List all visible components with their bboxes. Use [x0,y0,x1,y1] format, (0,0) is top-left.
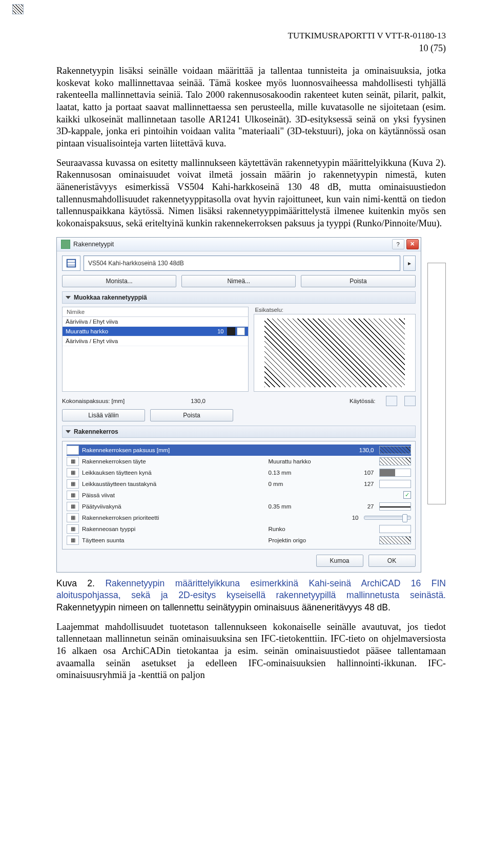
property-row[interactable]: ▦Päissä viivat✓ [67,490,411,501]
type-dropdown-arrow[interactable]: ▸ [403,256,416,271]
property-row[interactable]: ▦Rakennekerroksen paksuus [mm]130,0 [67,444,411,456]
paragraph-2: Seuraavassa kuvassa on esitetty mallinnu… [56,157,446,230]
use-box-2[interactable] [12,4,24,14]
group-edit-header[interactable]: Muokkaa rakennetyyppiä [62,291,416,304]
prop-icon: ▦ [67,502,79,511]
prop-name: Päissä viivat [82,492,290,498]
property-row[interactable]: ▦Leikkaustäytteen taustakynä0 mm127 [67,478,411,490]
prop-icon: ▦ [67,468,79,477]
prop-name: Leikkauksen täytteen kynä [82,470,265,476]
layer-name: Muurattu harkko [66,328,206,334]
group-edit-label: Muokkaa rakennetyyppiä [74,294,147,301]
property-row[interactable]: ▦Leikkauksen täytteen kynä0.13 mm107 [67,467,411,478]
report-id: TUTKIMUSRAPORTTI V VTT-R-01180-13 [56,31,446,41]
layer-properties-panel: ▦Rakennekerroksen paksuus [mm]130,0▦Rake… [62,441,416,549]
arrow-icon[interactable]: ▸ [237,327,245,335]
paragraph-1: Rakennetyypin lisäksi seinälle voidaan m… [56,65,446,150]
swatch[interactable] [379,525,411,533]
svg-rect-0 [67,259,76,267]
insert-button[interactable]: Lisää väliin [62,409,145,421]
swatch[interactable] [379,446,411,454]
swatch[interactable] [379,469,411,477]
priority-slider[interactable] [364,516,411,520]
wall-2d-section [427,263,446,504]
prop-value: 0.13 mm [269,470,345,476]
monista-button[interactable]: Monista... [62,275,176,287]
swatch[interactable] [379,480,411,488]
group-layer-header[interactable]: Rakennekerros [62,426,416,438]
property-row[interactable]: ▦Rakenneosan tyyppiRunko [67,523,411,535]
layer-list-header: Nimike [63,307,248,317]
prop-icon: ▦ [67,491,79,500]
property-row[interactable]: ▦Rakennekerroksen prioriteetti10 [67,512,411,523]
prop-name: Rakennekerroksen prioriteetti [82,515,250,521]
prop-name: Täytteen suunta [82,537,265,543]
prop-number: 127 [348,481,376,487]
prop-icon: ▦ [67,446,79,455]
prop-name: Rakennekerroksen paksuus [mm] [82,447,265,453]
total-thickness-value: 130,0 [165,398,206,404]
prop-value: Runko [269,526,345,532]
app-icon [61,240,70,249]
help-button[interactable]: ? [392,239,404,249]
nimea-button[interactable]: Nimeä... [181,275,296,287]
use-box-1[interactable] [386,396,397,406]
collapse-icon [66,430,71,433]
property-row[interactable]: ▦Päätyviivakynä0.35 mm27 [67,501,411,512]
prop-number: 10 [333,515,361,521]
prop-value: 0 mm [269,481,345,487]
layer-name: Ääriviiva / Ehyt viiva [66,319,245,325]
figure-2-caption: Kuva 2. Rakennetyypin määrittelyikkuna e… [56,578,446,614]
caption-tail: Rakennetyypin nimeen on tallennettu sein… [56,602,391,612]
page-number: 10 (75) [56,43,446,54]
type-icon[interactable] [62,256,80,271]
preview-label: Esikatselu: [254,307,415,313]
use-box-3[interactable] [404,396,416,406]
caption-lead: Kuva 2. [56,578,95,588]
prop-name: Päätyviivakynä [82,503,265,510]
ok-button[interactable]: OK [368,555,416,567]
prop-value: Projektin origo [269,537,345,543]
preview-pane [254,314,415,392]
layer-row-selected[interactable]: Muurattu harkko 10 ▸ [63,327,248,336]
kumoa-button[interactable]: Kumoa [316,555,363,567]
layer-list[interactable]: Nimike Ääriviiva / Ehyt viiva Muurattu h… [62,307,249,392]
dialog-titlebar[interactable]: Rakennetyypit ? ✕ [57,238,421,251]
prop-icon: ▦ [67,536,79,545]
prop-icon: ▦ [67,513,79,522]
layer-number: 10 [206,328,225,334]
type-name-field[interactable]: VS504 Kahi-harkkoseinä 130 48dB [84,256,400,271]
group-layer-label: Rakennekerros [74,428,118,435]
swatch[interactable] [379,536,411,544]
layer-row[interactable]: Ääriviiva / Ehyt viiva [63,336,248,346]
prop-icon: ▦ [67,457,79,466]
in-use-label: Käytössä: [350,398,379,404]
prop-icon: ▦ [67,524,79,534]
layer-row[interactable]: Ääriviiva / Ehyt viiva [63,317,248,327]
prop-number: 107 [348,470,376,476]
swatch[interactable] [379,457,411,465]
poista-button[interactable]: Poista [301,275,415,287]
total-thickness-label: Kokonaispaksuus: [mm] [62,398,159,404]
prop-name: Rakennekerroksen täyte [82,458,265,464]
remove-button[interactable]: Poista [150,409,233,421]
pen-swatch-icon[interactable] [227,327,235,335]
layer-name: Ääriviiva / Ehyt viiva [66,338,245,344]
rakennetyypit-dialog: Rakennetyypit ? ✕ VS504 Kahi-harkkoseinä… [56,237,421,573]
paragraph-3: Laajemmat mahdollisuudet tuotetason tall… [56,621,446,682]
figure-2: Rakennetyypit ? ✕ VS504 Kahi-harkkoseinä… [56,237,446,573]
property-row[interactable]: ▦Täytteen suuntaProjektin origo [67,535,411,546]
prop-name: Leikkaustäytteen taustakynä [82,481,265,487]
close-button[interactable]: ✕ [406,239,419,249]
prop-number: 27 [348,503,376,510]
collapse-icon [66,296,71,299]
caption-blue: Rakennetyypin määrittelyikkuna esimerkki… [56,578,446,601]
prop-number: 130,0 [348,447,376,453]
prop-value: Muurattu harkko [269,458,345,464]
prop-value: 0.35 mm [269,503,345,510]
ends-checkbox[interactable]: ✓ [403,491,411,499]
swatch[interactable] [379,502,411,511]
prop-name: Rakenneosan tyyppi [82,526,265,532]
property-row[interactable]: ▦Rakennekerroksen täyteMuurattu harkko [67,456,411,467]
prop-icon: ▦ [67,479,79,489]
